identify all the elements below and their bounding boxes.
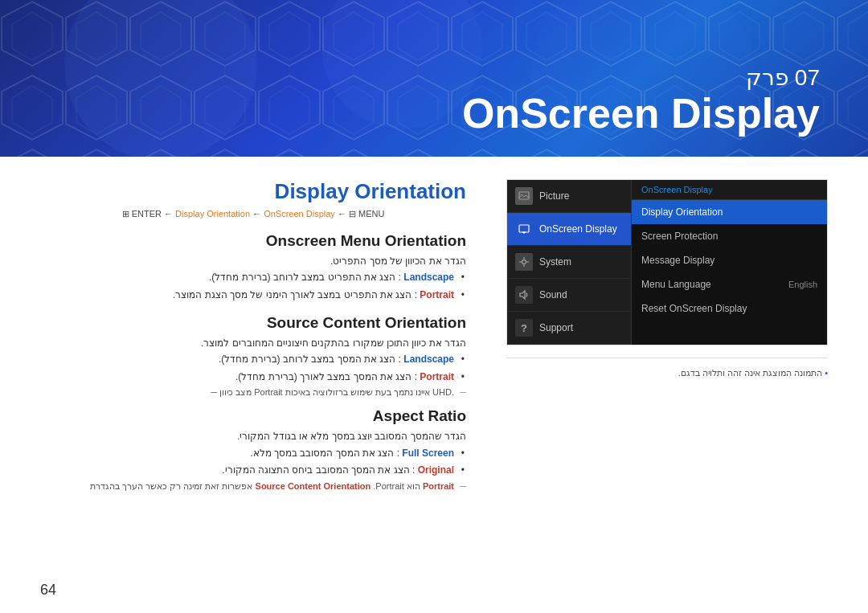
menu-left: Picture OnScreen Display System	[507, 180, 632, 345]
menu-right-message-display: Message Display	[632, 248, 827, 272]
menu-left-picture: Picture	[507, 180, 631, 213]
landscape-label: Landscape	[403, 272, 454, 283]
onscreen-menu-title: Onscreen Menu Orientation	[40, 232, 466, 250]
message-display-item: Message Display	[641, 255, 714, 266]
menu-left-support: ? Support	[507, 312, 631, 345]
display-orientation-item: Display Orientation	[641, 206, 723, 218]
onscreen-menu-desc: הגדר את הכיוון של מסך התפריט.	[40, 253, 466, 269]
bc-display-orientation: Display Orientation	[175, 209, 250, 219]
ar-fullscreen-item: Full Screen : הצג את המסך המסובב במסך מל…	[40, 445, 466, 463]
page-number: 64	[40, 582, 56, 599]
ar-note-text: Portrait הוא Source Content Orientation …	[90, 481, 454, 491]
menu-right-menu-language: Menu Language English	[632, 272, 827, 296]
sound-label: Sound	[539, 289, 567, 300]
menu-right-screen-protection: Screen Protection	[632, 224, 827, 248]
system-label: System	[539, 256, 571, 268]
menu-language-item: Menu Language	[641, 279, 711, 290]
menu-left-sound: Sound	[507, 279, 631, 312]
sc-portrait-desc: : הצג את המסך במצב לאורך (ברירת מחדל).	[235, 371, 417, 382]
menu-right-display-orientation: Display Orientation	[632, 200, 827, 224]
sc-note: .UHD איינו נתמך בעת שימוש ברזולוציה באיכ…	[40, 387, 466, 398]
ar-fullscreen-desc: : הצג את המסך המסובב במסך מלא.	[250, 447, 399, 459]
reset-item: Reset OnScreen Display	[641, 303, 747, 314]
source-content-title: Source Content Orientation	[40, 314, 466, 332]
sound-icon	[515, 286, 533, 304]
breadcrumb: ⊞ ENTER ← Display Orientation ← OnScreen…	[40, 209, 466, 219]
aspect-ratio-desc: הגדר שהמסך המסובב יוצג במסך מלא או בגודל…	[40, 428, 466, 444]
ar-original-item: Original : הצג את המסך המסובב ביחס התצוג…	[40, 462, 466, 480]
aspect-ratio-title: Aspect Ratio	[40, 407, 466, 425]
ar-original-desc: : הצג את המסך המסובב ביחס התצוגה המקורי.	[222, 464, 415, 476]
source-content-desc: הגדר את כיוון התוכן שמקורו בהתקנים חיצונ…	[40, 335, 466, 351]
ar-original-label: Original	[418, 464, 454, 476]
main-content: Display Orientation ⊞ ENTER ← Display Or…	[0, 157, 868, 613]
system-icon	[515, 253, 533, 271]
menu-left-system: System	[507, 246, 631, 279]
display-orientation-title: Display Orientation	[40, 179, 466, 204]
svg-point-10	[522, 260, 526, 264]
header: 07 פרק OnScreen Display	[0, 0, 868, 157]
menu-left-onscreen: OnScreen Display	[507, 213, 631, 246]
right-panel: Picture OnScreen Display System	[506, 173, 828, 597]
picture-icon	[515, 187, 533, 205]
support-label: Support	[539, 322, 573, 333]
sc-landscape-item: Landscape : הצג את המסך במצב לרוחב (בריר…	[40, 351, 466, 369]
chapter-label: 07 פרק	[462, 64, 820, 91]
sc-landscape-label: Landscape	[403, 353, 454, 365]
svg-marker-15	[520, 291, 525, 299]
ar-note-mid: הוא	[404, 481, 420, 491]
onscreen-label: OnScreen Display	[539, 223, 617, 235]
menu-right-header: OnScreen Display	[632, 180, 827, 200]
sc-portrait-label: Portrait	[420, 371, 454, 382]
ar-note: Portrait הוא Source Content Orientation …	[40, 481, 466, 492]
portrait-desc: : הצג את התפריט במצב לאורך הימני של מסך …	[173, 289, 417, 300]
enter-icon: ⊞	[122, 209, 129, 219]
portrait-item: Portrait : הצג את התפריט במצב לאורך הימנ…	[40, 287, 466, 304]
sc-landscape-desc: : הצג את המסך במצב לרוחב (ברירת מחדל).	[219, 353, 401, 365]
onscreen-icon	[515, 220, 533, 238]
landscape-item: Landscape : הצג את התפריט במצב לרוחב (בר…	[40, 269, 466, 287]
landscape-desc: : הצג את התפריט במצב לרוחב (ברירת מחדל).	[209, 272, 401, 283]
header-text: 07 פרק OnScreen Display	[462, 64, 820, 137]
support-icon: ?	[515, 319, 533, 337]
svg-rect-7	[519, 225, 529, 232]
page-title: OnScreen Display	[462, 91, 820, 137]
menu-language-value: English	[788, 280, 817, 289]
screen-protection-item: Screen Protection	[641, 231, 718, 242]
menu-screenshot: Picture OnScreen Display System	[506, 179, 828, 345]
bc-onscreen-display: OnScreen Display	[264, 209, 335, 219]
menu-right-reset: Reset OnScreen Display	[632, 296, 827, 321]
picture-label: Picture	[539, 190, 569, 202]
left-content: Display Orientation ⊞ ENTER ← Display Or…	[40, 173, 482, 597]
ar-fullscreen-label: Full Screen	[402, 447, 454, 459]
ar-note-portrait: Portrait	[423, 481, 454, 491]
right-panel-note: התמונה המוצגת אינה זהה ותלויה בדגם.	[506, 358, 828, 381]
sc-portrait-item: Portrait : הצג את המסך במצב לאורך (ברירת…	[40, 369, 466, 386]
ar-note-sco: Source Content Orientation	[256, 481, 371, 491]
portrait-label: Portrait	[420, 289, 454, 300]
menu-right: OnScreen Display Display Orientation Scr…	[632, 180, 827, 345]
